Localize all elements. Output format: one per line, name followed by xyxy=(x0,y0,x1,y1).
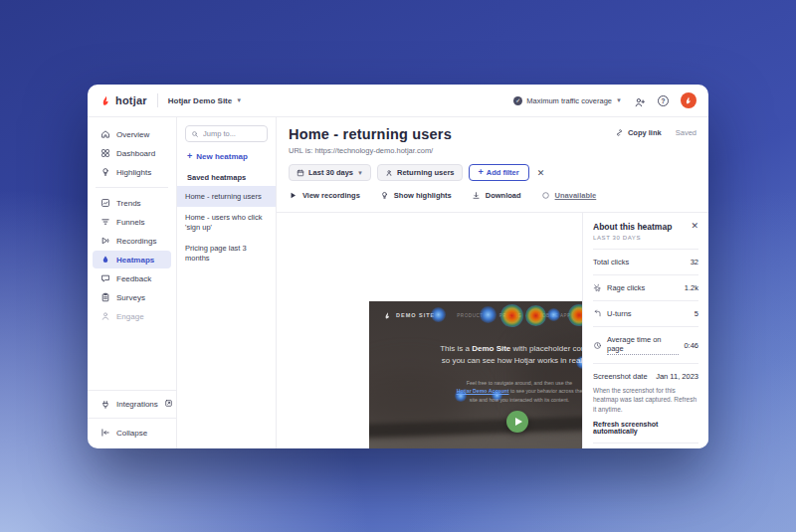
site-selector[interactable]: Hotjar Demo Site ▼ xyxy=(168,96,242,105)
user-icon xyxy=(385,169,393,177)
sidebar-item-label: Surveys xyxy=(116,293,145,302)
primary-sidebar: Overview Dashboard Highlights Trends Fun… xyxy=(88,117,177,448)
sidebar-divider xyxy=(96,187,168,188)
list-item-home-returning-users[interactable]: Home - returning users xyxy=(177,186,276,207)
date-range-filter[interactable]: Last 30 days ▼ xyxy=(289,164,371,181)
u-turn-icon xyxy=(593,309,602,318)
dashboard-icon xyxy=(100,148,110,158)
segment-filter[interactable]: Returning users xyxy=(377,164,463,181)
sidebar-item-feedback[interactable]: Feedback xyxy=(93,269,171,287)
site-name: Hotjar Demo Site xyxy=(168,96,232,105)
hotjar-logo[interactable]: hotjar xyxy=(100,94,147,107)
demo-site-brand: DEMO SITE xyxy=(396,312,435,318)
lightbulb-icon xyxy=(100,167,110,177)
refresh-screenshot-link[interactable]: Refresh screenshot automatically xyxy=(593,421,698,435)
collapse-icon xyxy=(100,428,110,438)
sidebar-item-label: Collapse xyxy=(116,429,147,438)
demo-nav-item: MOBILE APP xyxy=(538,313,571,318)
sidebar-item-integrations[interactable]: Integrations xyxy=(93,395,171,414)
action-label: Download xyxy=(486,191,521,200)
show-highlights-button[interactable]: Show highlights xyxy=(380,191,452,200)
saved-status: Saved xyxy=(676,128,696,137)
jump-to-search[interactable] xyxy=(185,125,268,142)
close-panel-button[interactable]: ✕ xyxy=(691,222,698,231)
main-header: Home - returning users URL is: https://t… xyxy=(277,117,708,213)
download-icon xyxy=(472,191,481,200)
sidebar-item-highlights[interactable]: Highlights xyxy=(93,163,171,181)
sidebar-footer: Integrations Collapse xyxy=(88,390,176,448)
sidebar-item-recordings[interactable]: Recordings xyxy=(93,232,171,250)
action-label: Unavailable xyxy=(555,191,597,200)
search-icon xyxy=(191,130,199,138)
sidebar-item-engage[interactable]: Engage xyxy=(93,307,171,325)
new-heatmap-button[interactable]: + New heatmap xyxy=(187,152,266,161)
demo-account-link: Hotjar Demo Account xyxy=(457,388,509,394)
add-filter-label: Add filter xyxy=(487,168,519,177)
sidebar-item-label: Overview xyxy=(116,130,149,139)
sidebar-item-trends[interactable]: Trends xyxy=(93,194,171,212)
screenshot-section: Screenshot date Jan 11, 2023 When the sc… xyxy=(593,363,698,443)
account-avatar[interactable] xyxy=(681,92,696,108)
panel-period: LAST 30 DAYS xyxy=(593,235,698,249)
external-link-icon xyxy=(164,399,173,410)
plus-icon: + xyxy=(187,152,192,161)
new-heatmap-label: New heatmap xyxy=(196,152,248,161)
clear-filters-button[interactable]: ✕ xyxy=(537,168,545,178)
integrations-icon xyxy=(100,400,110,410)
plus-icon: + xyxy=(479,168,484,177)
play-icon xyxy=(289,191,298,200)
segment-filter-label: Returning users xyxy=(397,168,455,177)
screenshot-date-label: Screenshot date xyxy=(593,372,648,381)
heatmaps-icon xyxy=(100,255,110,265)
demo-nav-item: PRODUCT xyxy=(457,313,483,318)
sidebar-item-dashboard[interactable]: Dashboard xyxy=(93,144,171,162)
subtext-line: to see your behavior across the xyxy=(509,388,583,394)
link-icon xyxy=(615,128,624,137)
list-item-home-signup-clicks[interactable]: Home - users who click 'sign up' xyxy=(177,207,276,238)
engage-icon xyxy=(100,311,110,321)
sidebar-item-overview[interactable]: Overview xyxy=(93,125,171,143)
unavailable-status[interactable]: Unavailable xyxy=(541,191,597,200)
headline-bold: Demo Site xyxy=(472,344,510,353)
surveys-icon xyxy=(100,292,110,302)
demo-nav-item: PRICING xyxy=(499,313,522,318)
download-button[interactable]: Download xyxy=(472,191,521,200)
action-label: Show highlights xyxy=(394,191,452,200)
add-filter-button[interactable]: + Add filter xyxy=(469,164,529,181)
screenshot-description: When the screenshot for this heatmap was… xyxy=(593,386,698,414)
hotjar-app-window: hotjar Hotjar Demo Site ▼ ✓ Maximum traf… xyxy=(88,85,708,448)
stat-value: 5 xyxy=(695,309,698,318)
stat-label: Average time on page xyxy=(607,335,679,355)
rage-click-icon xyxy=(593,283,602,292)
sidebar-collapse-button[interactable]: Collapse xyxy=(93,424,171,442)
search-input[interactable] xyxy=(203,129,262,138)
sidebar-item-label: Funnels xyxy=(116,218,144,227)
chevron-down-icon: ▼ xyxy=(236,97,242,103)
home-icon xyxy=(100,129,110,139)
stat-value: 0:46 xyxy=(684,341,698,350)
subtext-line: site and how you interacted with its con… xyxy=(470,397,569,403)
headline-line2: so you can see how Hotjar works in real-… xyxy=(442,356,598,365)
check-circle-icon: ✓ xyxy=(513,96,522,105)
subtext-line: Feel free to navigate around, and then u… xyxy=(467,380,572,386)
view-recordings-button[interactable]: View recordings xyxy=(289,191,360,200)
stat-label: U-turns xyxy=(607,309,632,318)
coverage-label: Maximum traffic coverage xyxy=(526,96,612,105)
sidebar-item-label: Dashboard xyxy=(116,149,155,158)
video-play-button[interactable] xyxy=(506,411,528,433)
help-icon[interactable]: ? xyxy=(658,95,669,106)
sidebar-item-heatmaps[interactable]: Heatmaps xyxy=(93,251,171,268)
copy-link-button[interactable]: Copy link xyxy=(615,128,662,137)
funnels-icon xyxy=(100,217,110,227)
feedback-icon xyxy=(100,273,110,283)
invite-user-icon[interactable] xyxy=(634,94,646,106)
chevron-down-icon: ▼ xyxy=(357,170,363,176)
play-icon xyxy=(515,418,522,426)
panel-title: About this heatmap xyxy=(593,222,672,232)
sidebar-item-funnels[interactable]: Funnels xyxy=(93,213,171,231)
traffic-coverage-selector[interactable]: ✓ Maximum traffic coverage ▼ xyxy=(513,96,622,105)
chevron-down-icon: ▼ xyxy=(616,97,622,103)
sidebar-item-surveys[interactable]: Surveys xyxy=(93,288,171,306)
page-url: URL is: https://technology-demo.hotjar.c… xyxy=(289,146,696,155)
list-item-pricing-page[interactable]: Pricing page last 3 months xyxy=(177,238,276,268)
